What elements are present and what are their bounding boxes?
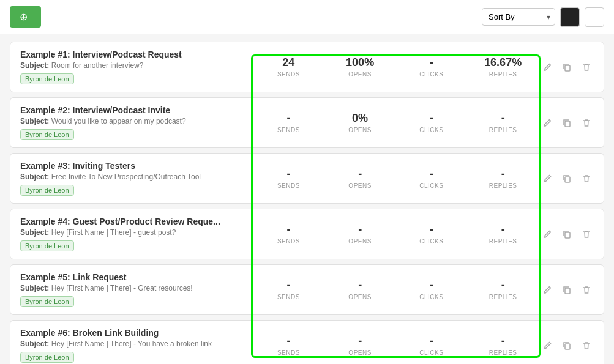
subject-prefix: Subject: [20,340,49,348]
svg-rect-4 [565,288,570,294]
template-info: Example #5: Link Request Subject: Hey [F… [20,272,253,307]
sends-value: - [267,112,310,125]
template-row: Example #4: Guest Post/Product Review Re… [10,209,604,259]
create-template-button[interactable]: ⊕ [10,6,41,28]
stats-area: - SENDS - OPENS - CLICKS - REPLIES [253,168,539,189]
edit-button[interactable] [540,171,555,186]
copy-button[interactable] [560,171,574,186]
stat-sends: - SENDS [267,335,310,356]
stat-clicks: - CLICKS [410,112,453,133]
copy-button[interactable] [560,338,574,353]
sends-label: SENDS [267,127,310,133]
opens-value: - [339,223,381,237]
template-title: Example #2: Interview/Podcast Invite [20,105,253,115]
edit-icon [542,341,552,351]
copy-button[interactable] [560,116,574,130]
copy-button[interactable] [560,60,574,75]
stat-opens: 0% OPENS [339,112,381,133]
svg-rect-5 [565,344,570,349]
opens-value: - [339,168,381,181]
stat-opens: - OPENS [339,335,381,356]
copy-button[interactable] [560,283,574,297]
sends-value: - [267,223,310,237]
stat-opens: - OPENS [339,279,381,300]
template-row: Example #3: Inviting Testers Subject: Fr… [10,153,604,204]
clicks-value: - [410,279,453,292]
percent-toggle-button[interactable] [560,7,580,27]
copy-icon [562,174,572,184]
subject-prefix: Subject: [20,228,49,237]
svg-rect-3 [565,232,570,238]
edit-button[interactable] [540,60,555,75]
edit-icon [542,285,552,295]
stat-clicks: - CLICKS [410,168,453,189]
copy-button[interactable] [560,227,574,242]
copy-icon [562,62,572,72]
stats-area: - SENDS - OPENS - CLICKS - REPLIES [253,279,539,300]
row-actions [539,227,594,242]
clicks-label: CLICKS [410,349,453,356]
template-subject: Subject: Room for another interview? [20,61,253,70]
template-title: Example #3: Inviting Testers [20,161,253,171]
row-actions [539,60,594,75]
sort-wrapper: Sort By Name Sends Opens Clicks Replies [482,8,555,26]
template-subject: Subject: Hey [First Name | There] - Grea… [20,284,253,292]
stats-area: - SENDS - OPENS - CLICKS - REPLIES [253,223,539,245]
template-info: Example #3: Inviting Testers Subject: Fr… [20,161,253,196]
clicks-value: - [410,168,453,181]
subject-prefix: Subject: [20,173,49,181]
subject-prefix: Subject: [20,61,49,70]
template-info: Example #6: Broken Link Building Subject… [20,328,253,363]
template-info: Example #4: Guest Post/Product Review Re… [20,217,253,251]
delete-button[interactable] [579,283,594,297]
delete-button[interactable] [579,227,594,242]
template-title: Example #5: Link Request [20,272,253,282]
toolbar: ⊕ Sort By Name Sends Opens Clicks Replie… [0,0,614,34]
sort-select[interactable]: Sort By Name Sends Opens Clicks Replies [482,8,555,26]
stats-area: - SENDS - OPENS - CLICKS - REPLIES [253,335,539,356]
row-actions [539,116,594,130]
stat-clicks: - CLICKS [410,56,453,78]
opens-value: - [339,279,381,292]
replies-value: - [482,279,525,292]
stats-area: 24 SENDS 100% OPENS - CLICKS 16.67% REPL… [253,56,539,78]
delete-button[interactable] [579,60,594,75]
edit-button[interactable] [540,283,555,297]
replies-label: REPLIES [482,349,525,356]
subject-prefix: Subject: [20,284,49,292]
edit-icon [542,229,552,239]
sends-label: SENDS [267,294,310,300]
trash-icon [582,229,591,239]
opens-label: OPENS [339,127,381,133]
delete-button[interactable] [579,338,594,353]
svg-rect-2 [565,177,570,182]
stat-replies: - REPLIES [482,223,525,245]
trash-icon [582,174,591,184]
stats-area: - SENDS 0% OPENS - CLICKS - REPLIES [253,112,539,133]
clicks-label: CLICKS [410,71,453,78]
delete-button[interactable] [579,116,594,130]
hash-toggle-button[interactable] [585,7,604,27]
stat-opens: 100% OPENS [339,56,381,78]
stat-sends: 24 SENDS [267,56,310,78]
opens-label: OPENS [339,182,381,189]
delete-button[interactable] [579,171,594,186]
stat-replies: - REPLIES [482,279,525,300]
replies-value: - [482,168,525,181]
edit-button[interactable] [540,116,555,130]
stat-opens: - OPENS [339,223,381,245]
copy-icon [562,229,572,239]
templates-wrapper: Example #1: Interview/Podcast Request Su… [10,42,604,364]
sends-label: SENDS [267,182,310,189]
clicks-value: - [410,335,453,348]
edit-button[interactable] [540,338,555,353]
opens-label: OPENS [339,71,381,78]
edit-icon [542,174,552,184]
clicks-value: - [410,112,453,125]
template-title: Example #6: Broken Link Building [20,328,253,338]
template-tag: Byron de Leon [20,129,74,140]
template-row: Example #2: Interview/Podcast Invite Sub… [10,97,604,148]
edit-button[interactable] [540,227,555,242]
replies-value: 16.67% [482,56,525,70]
template-info: Example #1: Interview/Podcast Request Su… [20,50,253,84]
